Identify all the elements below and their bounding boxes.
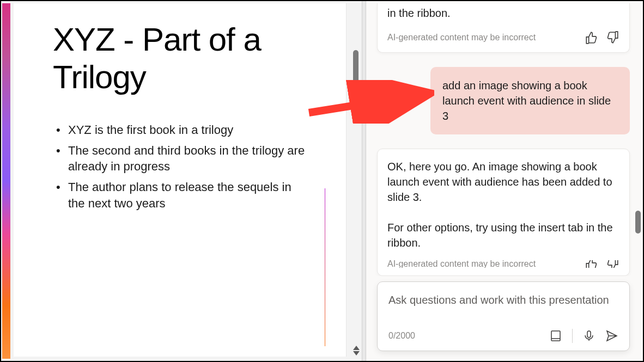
svg-rect-0 [551, 331, 560, 341]
assistant-message: OK, here you go. An image showing a book… [377, 149, 630, 276]
svg-rect-2 [587, 331, 591, 338]
chat-message-list: in the ribbon. AI-generated content may … [366, 1, 643, 276]
assistant-message-text: OK, here you go. An image showing a book… [387, 159, 619, 250]
thumbs-up-icon[interactable] [585, 30, 599, 45]
slide-bullet-item[interactable]: The second and third books in the trilog… [53, 143, 307, 175]
slide-title[interactable]: XYZ - Part of a Trilogy [53, 21, 307, 96]
assistant-message: in the ribbon. AI-generated content may … [377, 3, 630, 53]
slide-bullet-list[interactable]: XYZ is the first book in a trilogy The s… [53, 122, 307, 211]
pane-divider[interactable] [362, 1, 366, 361]
slide-nav-arrows [353, 346, 360, 355]
nav-arrow-down-icon[interactable] [353, 351, 360, 355]
chat-input-box[interactable]: Ask questions and work with this present… [377, 281, 630, 351]
theme-gradient-strip [2, 3, 10, 359]
slide-bullet-item[interactable]: The author plans to release the sequels … [53, 179, 307, 211]
user-message: add an image showing a book launch event… [430, 67, 630, 134]
send-icon[interactable] [605, 329, 618, 342]
slide-canvas[interactable]: XYZ - Part of a Trilogy XYZ is the first… [14, 3, 347, 357]
chat-scroll-thumb[interactable] [635, 211, 641, 234]
thumbs-up-icon[interactable] [585, 260, 599, 268]
assistant-message-text: in the ribbon. [387, 5, 619, 21]
thumbs-down-icon[interactable] [605, 260, 619, 268]
action-divider [572, 329, 573, 343]
slide-editor-area: XYZ - Part of a Trilogy XYZ is the first… [1, 1, 362, 361]
scroll-thumb[interactable] [353, 50, 359, 88]
char-count: 0/2000 [388, 331, 415, 341]
microphone-icon[interactable] [582, 329, 596, 342]
copilot-chat-panel: in the ribbon. AI-generated content may … [366, 1, 643, 361]
book-icon[interactable] [549, 329, 562, 342]
ai-disclaimer: AI-generated content may be incorrect [387, 260, 536, 268]
chat-input-placeholder[interactable]: Ask questions and work with this present… [388, 293, 618, 323]
nav-arrow-up-icon[interactable] [353, 346, 360, 350]
slide-bullet-item[interactable]: XYZ is the first book in a trilogy [53, 122, 307, 138]
ai-disclaimer: AI-generated content may be incorrect [387, 33, 536, 42]
slide-scrollbar[interactable] [351, 1, 362, 361]
user-message-text: add an image showing a book launch event… [442, 79, 611, 122]
thumbs-down-icon[interactable] [605, 30, 619, 45]
slide-accent-line [325, 188, 325, 346]
